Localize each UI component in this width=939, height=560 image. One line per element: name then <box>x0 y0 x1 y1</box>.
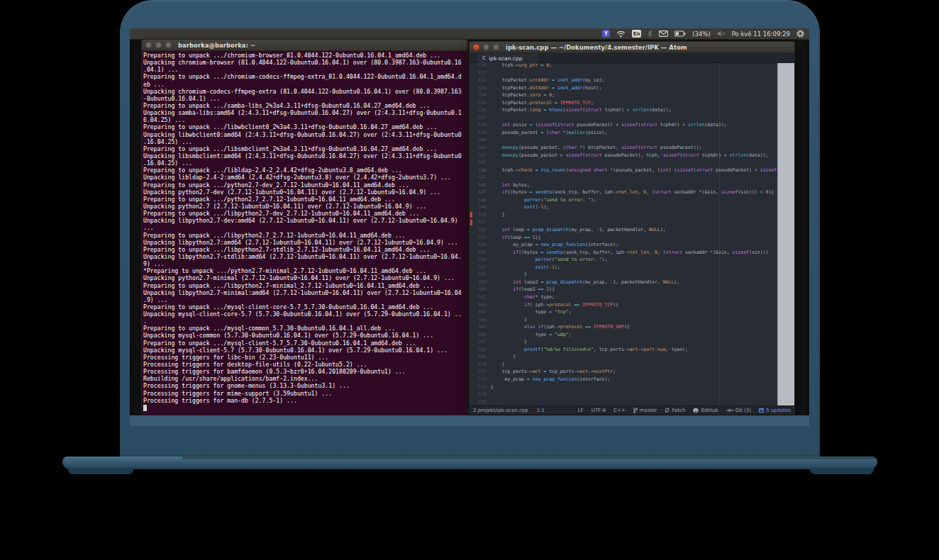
teams-icon[interactable]: T <box>602 30 610 38</box>
code-line: 564············}¬ <box>469 316 794 324</box>
mail-icon[interactable] <box>659 30 668 37</box>
terminal-line: Processing triggers for gnome-menus (3.1… <box>143 382 467 389</box>
status-cursor-position[interactable]: 1:1 <box>537 408 545 413</box>
maximize-icon[interactable] <box>165 42 172 48</box>
code-line: 546····int bytes;¬ <box>469 181 794 189</box>
atom-titlebar[interactable]: x ipk-scan.cpp — ~/Dokumenty/4.semester/… <box>469 42 794 53</box>
terminal-title: barborka@barborka: ~ <box>178 42 255 49</box>
hinge-shadow <box>182 457 882 459</box>
line-number: 551 <box>469 218 491 226</box>
volume-muted-icon[interactable] <box>717 30 726 37</box>
line-number: 537 <box>469 114 491 122</box>
code-line: 575¬ <box>469 398 794 405</box>
line-number: 575 <box>469 398 491 405</box>
wifi-icon[interactable] <box>616 30 626 38</box>
line-number: 565 <box>469 323 491 331</box>
terminal-line: .16.04.25) ... <box>143 138 467 145</box>
terminal-line: .16.04.25) ... <box>143 159 467 167</box>
code-line: 560········if(loop2 == 1){¬ <box>469 286 794 293</box>
top-panel: T En <box>130 28 809 40</box>
cpp-file-icon: C <box>482 55 486 61</box>
status-file-path[interactable]: 2.projekt/ipk-scan.cpp <box>473 408 528 413</box>
status-updates[interactable]: 5 updates <box>759 408 791 413</box>
line-number: 563 <box>469 308 491 316</box>
line-number: 553 <box>469 234 491 242</box>
code-line: 547····if((bytes = sendto(sock_tcp, buff… <box>469 189 794 196</box>
code-line: 552····int loop = pcap_dispatch(my_pcap,… <box>469 226 794 234</box>
terminal-titlebar[interactable]: barborka@barborka: ~ <box>142 40 467 51</box>
close-icon[interactable]: x <box>473 44 479 50</box>
terminal-line: Unpacking mysql-client-core-5.7 (5.7.30-… <box>143 310 467 318</box>
code-line: 544····tcph->check = tcp_csum((unsigned … <box>469 167 794 174</box>
code-line: 553····if(loop == 1){¬ <box>469 234 794 242</box>
line-number: 561 <box>469 293 491 301</box>
code-line: 535····tcpPacket.protocol = IPPROTO_TCP;… <box>469 99 794 107</box>
status-git[interactable]: Git (3) <box>726 408 751 413</box>
tab-ipk-scan[interactable]: C ipk-scan.cpp <box>477 53 538 63</box>
terminal-line: Unpacking libpython2.7-dev:amd64 (2.7.12… <box>143 217 467 224</box>
terminal-line: Unpacking samba-libs:amd64 (2:4.3.11+dfs… <box>143 109 467 116</box>
code-line: 536····tcpPacket.leng = htons(sizeof(str… <box>469 106 794 114</box>
terminal-line: Unpacking libldap-2.4-2:amd64 (2.4.42+df… <box>143 174 467 181</box>
package-icon <box>759 408 764 413</box>
line-number: 543 <box>469 159 491 167</box>
github-icon <box>693 408 699 413</box>
terminal-line: Processing triggers for bamfdaemon (0.5.… <box>143 368 467 375</box>
status-github[interactable]: GitHub <box>693 408 718 413</box>
terminal-line: ... <box>143 224 467 231</box>
atom-window: x ipk-scan.cpp — ~/Dokumenty/4.semester/… <box>469 41 795 415</box>
line-number: 556 <box>469 256 491 264</box>
session-gear-icon[interactable] <box>796 30 804 38</box>
line-number: 538 <box>469 121 491 129</box>
line-number: 547 <box>469 189 491 196</box>
line-number: 549 <box>469 203 491 211</box>
code-line: 541····memcpy(pseudo_packet, (char *) &t… <box>469 144 794 152</box>
terminal-line: -0ubuntu0.16.04.1) ... <box>143 95 467 102</box>
line-number: 532 <box>469 77 491 84</box>
status-encoding[interactable]: UTF-8 <box>591 408 606 413</box>
code-line: 556················perror("send to error… <box>469 256 794 264</box>
status-fetch[interactable]: Fetch <box>665 408 685 413</box>
battery-icon[interactable] <box>674 30 686 37</box>
code-line: 548············perror("send to error: ")… <box>469 196 794 204</box>
close-icon[interactable] <box>145 42 152 48</box>
terminal-line: Preparing to unpack .../python2.7-dev_2.… <box>143 181 467 189</box>
code-line: 568············printf("%d/%s filtered\n"… <box>469 346 794 354</box>
tab-bar: C ipk-scan.cpp <box>469 53 794 63</box>
status-language[interactable]: C++ <box>613 408 626 413</box>
keyboard-layout-indicator[interactable]: En <box>632 30 641 38</box>
code-line: 532····tcpPacket.srcAddr = inet_addr(my_… <box>469 77 794 84</box>
status-line-ending[interactable]: LF <box>578 408 584 413</box>
git-commit-icon <box>726 408 733 413</box>
code-line: 543¬ <box>469 159 794 167</box>
code-line: 573}¬ <box>469 383 794 391</box>
minimize-icon[interactable] <box>155 42 162 48</box>
code-line: 566················type = "udp";¬ <box>469 331 794 339</box>
line-number: 544 <box>469 167 491 174</box>
code-line: 567············}¬ <box>469 338 794 346</box>
code-line: 537¬ <box>469 114 794 122</box>
terminal-line: Preparing to unpack .../mysql-common_5.7… <box>143 325 467 332</box>
line-number: 539 <box>469 129 491 137</box>
git-diff-marker <box>470 220 472 225</box>
maximize-icon[interactable] <box>493 44 499 50</box>
terminal-line: Unpacking mysql-client-5.7 (5.7.30-0ubun… <box>143 347 467 354</box>
code-line: 571····tcp_ports->act = tcp_ports->act->… <box>469 368 794 376</box>
terminal-line: Rebuilding /usr/share/applications/bamf-… <box>143 375 467 382</box>
editor-scrollbar[interactable] <box>777 63 794 405</box>
line-number: 566 <box>469 331 491 339</box>
terminal-line: Preparing to unpack .../libpython2.7-std… <box>143 246 467 253</box>
laptop-base <box>62 457 877 469</box>
code-line: 550····}¬ <box>469 211 794 219</box>
code-line: 530····tcph->urg_ptr = 0;¬ <box>469 63 794 69</box>
code-line: 572·····my_pcap = new_pcap_funcion(inter… <box>469 376 794 383</box>
status-git-branch[interactable]: master <box>633 408 657 413</box>
clock[interactable]: Po kvě 11 16:09:29 <box>732 30 790 38</box>
line-number: 568 <box>469 346 491 354</box>
minimize-icon[interactable] <box>483 44 489 50</box>
code-editor[interactable]: 530····tcph->urg_ptr = 0;¬531¬532····tcp… <box>469 63 794 405</box>
terminal-cursor <box>143 405 147 411</box>
terminal-line: Preparing to unpack .../chromium-codecs-… <box>143 73 467 80</box>
terminal-output[interactable]: Preparing to unpack .../chromium-browser… <box>143 52 467 416</box>
bluetooth-icon[interactable] <box>648 30 652 38</box>
